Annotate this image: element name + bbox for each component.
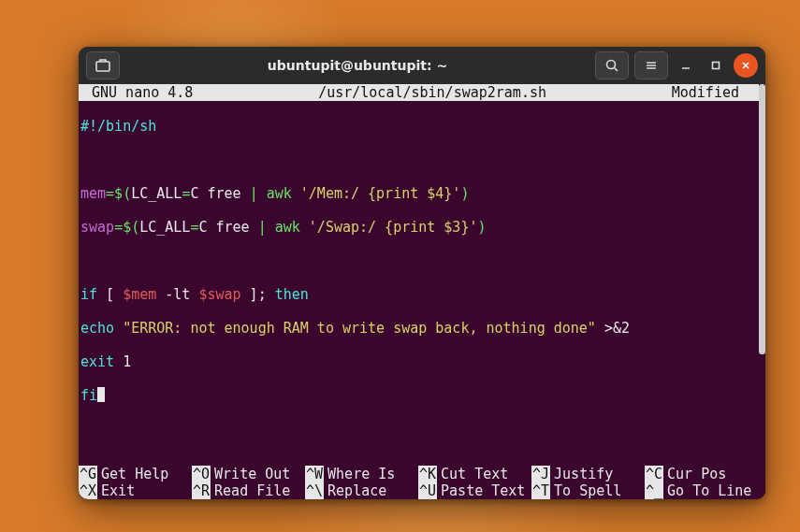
menu-button[interactable]	[634, 51, 668, 79]
scrollbar[interactable]	[759, 84, 765, 499]
maximize-button[interactable]	[704, 53, 728, 78]
nano-app-name: GNU nano 4.8	[79, 84, 193, 101]
scrollbar-thumb[interactable]	[759, 84, 765, 354]
shortcut-key[interactable]: ^X	[79, 482, 97, 499]
shortcut-key[interactable]: ^T	[531, 482, 550, 499]
shortcut-label: Justify	[550, 466, 613, 482]
shortcut-label: To Spell	[550, 482, 621, 499]
shortcut-key[interactable]: ^K	[418, 466, 437, 482]
minimize-button[interactable]	[674, 53, 698, 78]
titlebar: ubuntupit@ubuntupit: ~	[79, 47, 765, 84]
shortcut-label: Read File	[211, 482, 290, 499]
shortcut-key[interactable]: ^R	[192, 482, 211, 499]
shortcut-label: Get Help	[97, 466, 168, 482]
shortcut-key[interactable]: ^W	[305, 466, 324, 482]
shortcut-key[interactable]: ^G	[79, 466, 97, 482]
shortcut-label: Write Out	[211, 466, 290, 482]
shortcut-key[interactable]: ^O	[192, 466, 211, 482]
window-title: ubuntupit@ubuntupit: ~	[125, 58, 589, 73]
shortcut-label: Go To Line	[663, 482, 751, 499]
svg-rect-0	[96, 62, 109, 71]
cursor	[97, 387, 105, 402]
shortcut-label: Cut Text	[437, 466, 508, 482]
shortcut-key[interactable]: ^_	[645, 482, 663, 499]
shortcut-key[interactable]: ^\	[305, 482, 324, 499]
shortcut-key[interactable]: ^C	[645, 466, 663, 482]
shortcut-label: Cur Pos	[663, 466, 726, 482]
search-button[interactable]	[595, 51, 629, 79]
shortcut-label: Where Is	[324, 466, 395, 482]
shortcut-row-1: ^GGet Help ^OWrite Out ^WWhere Is ^KCut …	[79, 466, 758, 482]
shebang: #!/bin/sh	[80, 118, 156, 135]
editor-content[interactable]: #!/bin/sh mem=$(LC_ALL=C free | awk '/Me…	[79, 101, 758, 466]
new-tab-button[interactable]	[86, 51, 120, 79]
shortcut-label: Paste Text	[437, 482, 525, 499]
svg-point-1	[607, 61, 616, 69]
shortcut-key[interactable]: ^U	[418, 482, 437, 499]
terminal-area[interactable]: GNU nano 4.8 /usr/local/sbin/swap2ram.sh…	[79, 84, 765, 499]
shortcut-row-2: ^XExit ^RRead File ^\Replace ^UPaste Tex…	[79, 482, 758, 499]
shortcut-label: Replace	[324, 482, 386, 499]
nano-file-path: /usr/local/sbin/swap2ram.sh	[193, 84, 671, 101]
close-button[interactable]	[734, 53, 758, 78]
svg-rect-7	[713, 63, 720, 69]
nano-status: Modified	[672, 84, 765, 101]
shortcut-label: Exit	[97, 482, 135, 499]
nano-header: GNU nano 4.8 /usr/local/sbin/swap2ram.sh…	[79, 84, 765, 101]
shortcut-key[interactable]: ^J	[531, 466, 550, 482]
nano-shortcuts: ^GGet Help ^OWrite Out ^WWhere Is ^KCut …	[79, 466, 765, 499]
svg-line-2	[615, 68, 618, 72]
terminal-window: ubuntupit@ubuntupit: ~ GNU nano 4.8 /usr…	[79, 47, 765, 499]
